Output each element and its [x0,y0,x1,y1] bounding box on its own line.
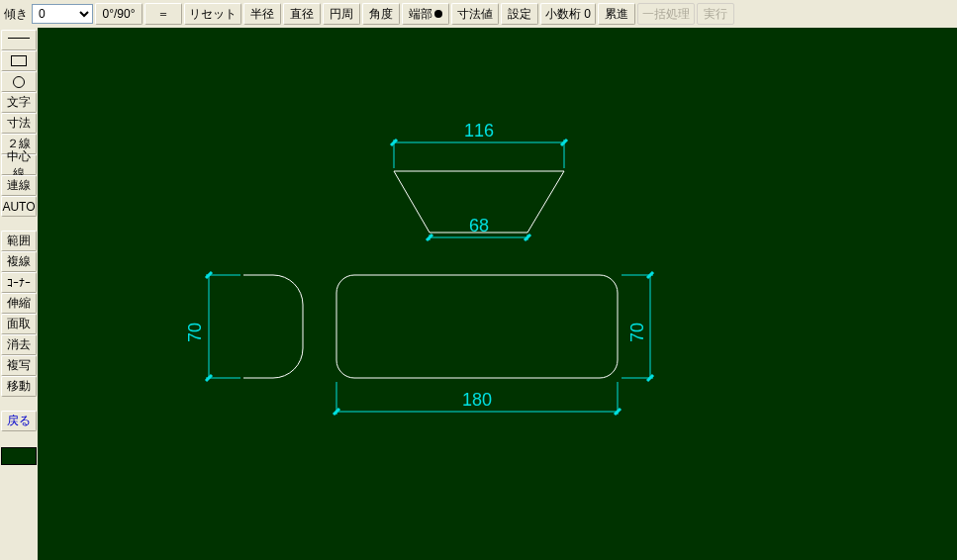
left-toolbar: 文字 寸法 ２線 中心線 連線 AUTO 範囲 複線 ｺｰﾅｰ 伸縮 面取 消去… [0,28,38,560]
incremental-button[interactable]: 累進 [598,3,635,25]
batch-button[interactable]: 一括処理 [637,3,695,25]
rect-tool-button[interactable] [1,50,37,71]
range-tool-button[interactable]: 範囲 [1,231,37,251]
polyline-tool-button[interactable]: 連線 [1,175,37,196]
centerline-tool-button[interactable]: 中心線 [1,154,37,175]
dim-right-height: 70 [627,323,647,342]
equal-button[interactable]: ＝ [144,3,182,25]
dim-bottom-width: 68 [469,216,489,235]
dim-value-button[interactable]: 寸法値 [451,3,499,25]
svg-line-19 [647,375,653,381]
stretch-tool-button[interactable]: 伸縮 [1,293,37,314]
decimal-button[interactable]: 小数桁 0 [540,3,596,25]
drawing-canvas[interactable]: 116 68 70 70 [38,28,957,560]
copy-tool-button[interactable]: 複写 [1,355,37,376]
chamfer-tool-button[interactable]: 面取 [1,314,37,334]
text-tool-button[interactable]: 文字 [1,92,37,113]
auto-tool-button[interactable]: AUTO [1,196,37,217]
line-icon [8,38,30,49]
settings-button[interactable]: 設定 [501,3,538,25]
diameter-button[interactable]: 直径 [283,3,321,25]
line-tool-button[interactable] [1,30,37,50]
svg-line-14 [206,375,212,381]
circle-tool-button[interactable] [1,71,37,92]
top-toolbar: 傾き 0 0°/90° ＝ リセット 半径 直径 円周 角度 端部 寸法値 設定… [0,0,957,28]
svg-line-3 [391,140,397,145]
left-piece-shape [243,275,303,378]
dim-left-height: 70 [185,323,205,342]
svg-line-9 [525,234,530,240]
endpoint-dot-icon [434,10,442,18]
radius-button[interactable]: 半径 [243,3,281,25]
main-shape [336,275,618,378]
multiline-tool-button[interactable]: 複線 [1,251,37,272]
return-button[interactable]: 戻る [1,411,37,431]
svg-line-18 [647,272,653,278]
tilt-select[interactable]: 0 [32,4,93,24]
color-swatch[interactable] [1,447,37,465]
move-tool-button[interactable]: 移動 [1,376,37,397]
dim-top-width: 116 [464,121,494,140]
svg-line-4 [561,140,567,145]
endpoint-button[interactable]: 端部 [402,3,449,25]
corner-tool-button[interactable]: ｺｰﾅｰ [1,272,37,293]
dim-main-width: 180 [462,390,492,410]
erase-tool-button[interactable]: 消去 [1,334,37,355]
reset-button[interactable]: リセット [184,3,241,25]
circle-icon [13,76,25,88]
drawing-svg: 116 68 70 70 [38,28,957,560]
svg-line-13 [206,272,212,278]
tilt-label: 傾き [4,6,28,23]
svg-line-23 [334,409,339,415]
circumference-button[interactable]: 円周 [323,3,360,25]
svg-line-24 [615,409,621,415]
svg-line-8 [427,234,432,240]
degree-button[interactable]: 0°/90° [95,3,143,25]
angle-button[interactable]: 角度 [362,3,400,25]
execute-button[interactable]: 実行 [697,3,734,25]
rectangle-icon [11,55,27,66]
dim-tool-button[interactable]: 寸法 [1,113,37,134]
